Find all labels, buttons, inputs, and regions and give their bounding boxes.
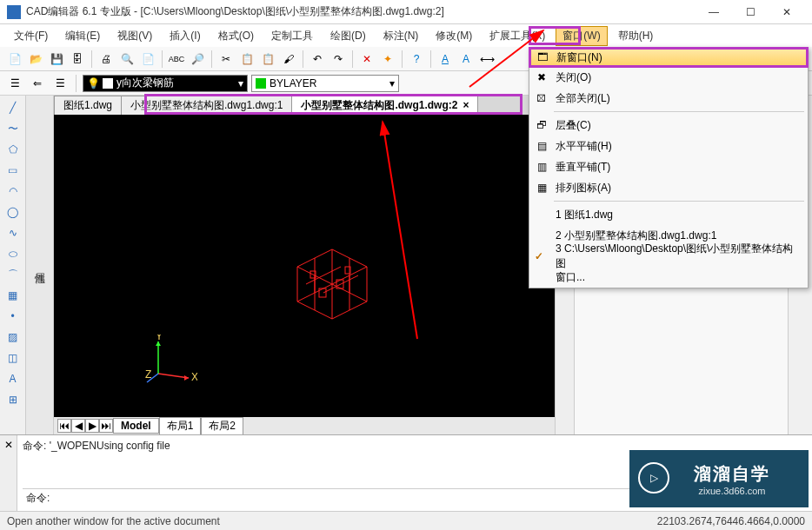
hatch-icon[interactable]: ▨ <box>4 328 22 346</box>
minimize-button[interactable]: — <box>696 0 732 24</box>
explode-icon[interactable]: ✦ <box>378 50 397 69</box>
rectangle-icon[interactable]: ▭ <box>4 162 22 179</box>
doc-tab-1[interactable]: 图纸1.dwg <box>54 96 122 115</box>
polyline-icon[interactable]: 〜 <box>4 120 22 137</box>
cut-icon[interactable]: ✂ <box>216 50 236 69</box>
line-icon[interactable]: ╱ <box>4 99 22 116</box>
text-icon[interactable]: A <box>4 370 22 388</box>
paste-icon[interactable]: 📋 <box>258 50 277 69</box>
menu-draw[interactable]: 绘图(D) <box>323 26 373 46</box>
check-icon: ✓ <box>535 250 543 262</box>
bylayer-label: BYLAYER <box>270 77 316 89</box>
tile-v-icon: ▥ <box>535 160 549 174</box>
tile-h-icon: ▤ <box>535 139 549 153</box>
layout-tab-1[interactable]: 布局1 <box>159 417 202 435</box>
status-hint: Open another window for the active docum… <box>7 515 220 527</box>
help-icon[interactable]: ? <box>407 50 426 69</box>
layer-manager-icon[interactable]: ☰ <box>5 74 24 93</box>
region-icon[interactable]: ◫ <box>4 349 22 367</box>
menu-insert[interactable]: 插入(I) <box>163 26 207 46</box>
match-prop-icon[interactable]: 🖌 <box>279 50 298 69</box>
dim-style-icon[interactable]: ⟷ <box>477 50 496 69</box>
layer-dropdown[interactable]: 💡 y向次梁钢筋 ▾ <box>83 75 248 92</box>
spell-check-icon[interactable]: ABC <box>167 50 186 69</box>
viewport-icon[interactable]: ⊞ <box>4 391 22 408</box>
app-icon <box>7 5 21 19</box>
menu-tile-horizontal[interactable]: ▤ 水平平铺(H) <box>529 136 808 156</box>
close-all-icon: ⛝ <box>535 91 549 105</box>
svg-line-16 <box>158 374 189 378</box>
menu-extend-tools[interactable]: 扩展工具(X) <box>483 26 552 46</box>
status-bar: Open another window for the active docum… <box>0 511 812 530</box>
layer-state-icon[interactable]: ☰ <box>50 74 70 93</box>
layout-prev-icon[interactable]: ◀ <box>71 419 85 433</box>
layer-prev-icon[interactable]: ⇐ <box>28 74 47 93</box>
menu-windows-more[interactable]: 窗口... <box>529 267 808 288</box>
drawing-area: 图纸1.dwg 小型别墅整体结构图.dwg1.dwg:1 小型别墅整体结构图.d… <box>54 96 555 434</box>
new-icon[interactable]: 📄 <box>5 50 24 69</box>
menu-help[interactable]: 帮助(H) <box>611 26 661 46</box>
print-preview-icon[interactable]: 🔍 <box>117 50 136 69</box>
menu-cascade[interactable]: 🗗 层叠(C) <box>529 115 808 136</box>
ellipse-icon[interactable]: ⬭ <box>4 245 22 262</box>
circle-icon[interactable]: ◯ <box>4 203 22 221</box>
arc-icon[interactable]: ◠ <box>4 182 22 200</box>
menu-format[interactable]: 格式(O) <box>211 26 261 46</box>
tab-close-icon[interactable]: × <box>463 99 469 111</box>
menu-file[interactable]: 文件(F) <box>7 26 55 46</box>
text-style-icon[interactable]: A <box>436 50 455 69</box>
menu-modify[interactable]: 修改(M) <box>429 26 479 46</box>
print-icon[interactable]: 🖨 <box>97 50 116 69</box>
save-icon[interactable]: 💾 <box>47 50 66 69</box>
open-icon[interactable]: 📂 <box>26 50 45 69</box>
menu-window-3[interactable]: ✓ 3 C:\Users\Mloong\Desktop\图纸\小型别墅整体结构图 <box>529 246 808 267</box>
menu-view[interactable]: 视图(V) <box>110 26 159 46</box>
status-coords: 22103.2674,76446.4664,0.0000 <box>657 515 805 527</box>
menu-close-window[interactable]: ✖ 关闭(O) <box>529 67 808 88</box>
play-icon: ▷ <box>638 462 669 494</box>
plot-icon[interactable]: 📄 <box>138 50 157 69</box>
color-dropdown[interactable]: BYLAYER ▾ <box>251 75 399 92</box>
watermark-overlay: ▷ 溜溜自学 zixue.3d66.com <box>629 450 809 507</box>
menu-annotate[interactable]: 标注(N) <box>376 26 426 46</box>
point-icon[interactable]: • <box>4 308 22 325</box>
undo-icon[interactable]: ↶ <box>308 50 327 69</box>
menu-close-all[interactable]: ⛝ 全部关闭(L) <box>529 88 808 109</box>
layout-tabs: ⏮ ◀ ▶ ⏭ Model 布局1 布局2 <box>54 417 555 434</box>
layout-tab-model[interactable]: Model <box>113 418 159 434</box>
menu-tile-vertical[interactable]: ▥ 垂直平铺(T) <box>529 156 808 177</box>
menu-window[interactable]: 窗口(W) <box>556 26 607 46</box>
spline-icon[interactable]: ∿ <box>4 224 22 242</box>
save-all-icon[interactable]: 🗄 <box>68 50 87 69</box>
find-icon[interactable]: 🔎 <box>188 50 207 69</box>
block-insert-icon[interactable]: ▦ <box>4 287 22 304</box>
menu-edit[interactable]: 编辑(E) <box>58 26 107 46</box>
ellipse-arc-icon[interactable]: ⌒ <box>4 266 22 283</box>
text-icon[interactable]: A <box>456 50 476 69</box>
close-button[interactable]: ✕ <box>769 0 805 24</box>
doc-tab-2[interactable]: 小型别墅整体结构图.dwg1.dwg:1 <box>121 96 292 115</box>
viewport[interactable]: X Y Z <box>54 115 555 417</box>
command-close-icon[interactable]: ✕ <box>0 435 17 511</box>
menu-new-window[interactable]: 🗔 新窗口(N) <box>529 48 808 67</box>
menu-arrange-icons[interactable]: ▦ 排列图标(A) <box>529 177 808 198</box>
layout-last-icon[interactable]: ⏭ <box>99 419 113 433</box>
document-tabs: 图纸1.dwg 小型别墅整体结构图.dwg1.dwg:1 小型别墅整体结构图.d… <box>54 96 555 115</box>
doc-tab-3-active[interactable]: 小型别墅整体结构图.dwg1.dwg:2× <box>291 96 478 115</box>
polygon-icon[interactable]: ⬠ <box>4 141 22 158</box>
window-title: CAD编辑器 6.1 专业版 - [C:\Users\Mloong\Deskto… <box>26 4 696 19</box>
layout-first-icon[interactable]: ⏮ <box>57 419 71 433</box>
app-name: CAD编辑器 6.1 专业版 <box>26 5 131 17</box>
menu-custom-tools[interactable]: 定制工具 <box>264 26 320 46</box>
redo-icon[interactable]: ↷ <box>329 50 348 69</box>
copy-icon[interactable]: 📋 <box>237 50 256 69</box>
cascade-icon: 🗗 <box>535 118 549 132</box>
properties-panel-tab[interactable]: 属性 <box>26 96 54 434</box>
erase-icon[interactable]: ✕ <box>357 50 376 69</box>
bylayer-color-swatch <box>256 78 266 89</box>
layout-tab-2[interactable]: 布局2 <box>201 417 243 435</box>
maximize-button[interactable]: ☐ <box>732 0 769 24</box>
layout-next-icon[interactable]: ▶ <box>85 419 99 433</box>
menu-window-1[interactable]: 1 图纸1.dwg <box>529 204 808 225</box>
current-layer-name: y向次梁钢筋 <box>116 76 174 90</box>
